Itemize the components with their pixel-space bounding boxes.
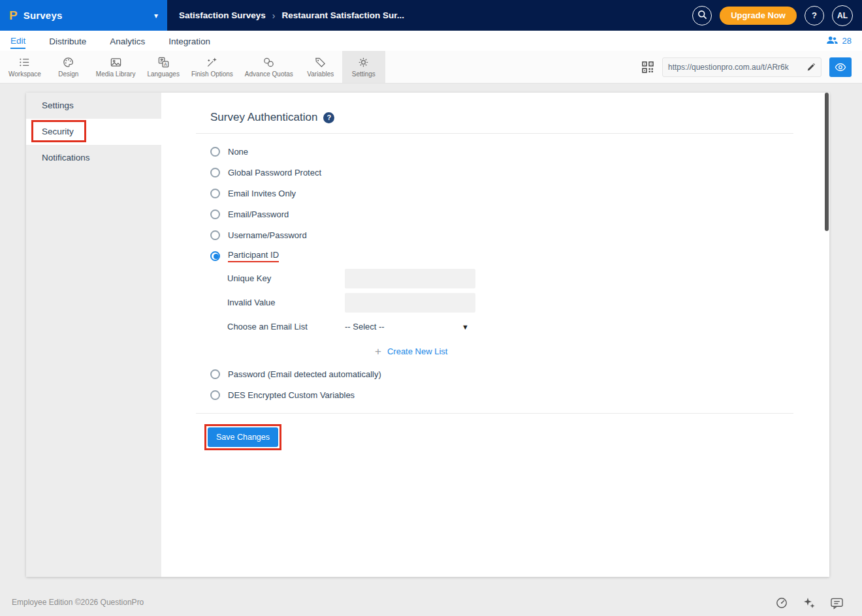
radio-button[interactable] bbox=[210, 209, 220, 219]
search-button[interactable] bbox=[692, 6, 712, 25]
survey-url-field[interactable]: https://questionpro.com.au/t/ARr6k bbox=[662, 57, 822, 77]
topbar: P Surveys ▾ Satisfaction Surveys › Resta… bbox=[0, 0, 862, 31]
survey-toolbar: Workspace Design Media Library A Languag… bbox=[0, 51, 862, 84]
security-panel: Survey Authentication ? None Global Pass… bbox=[161, 93, 829, 577]
breadcrumb-folder[interactable]: Satisfaction Surveys bbox=[179, 10, 266, 20]
auth-options: None Global Password Protect Email Invit… bbox=[210, 141, 829, 405]
product-switcher[interactable]: P Surveys ▾ bbox=[0, 0, 167, 31]
radio-option-participant-id[interactable]: Participant ID bbox=[210, 245, 829, 266]
toolbar-item-label: Variables bbox=[307, 70, 334, 78]
footer-edition-text: Employee Edition ©2026 QuestionPro bbox=[12, 598, 144, 607]
breadcrumb-current: Restaurant Satisfaction Sur... bbox=[281, 10, 404, 20]
design-icon bbox=[62, 56, 74, 69]
sidebar-item-label: Settings bbox=[42, 100, 74, 110]
radio-button[interactable] bbox=[210, 390, 220, 400]
people-icon bbox=[826, 36, 838, 46]
speedometer-icon[interactable] bbox=[775, 597, 788, 609]
email-list-selected-value: -- Select -- bbox=[345, 322, 385, 331]
radio-label: Participant ID bbox=[228, 250, 279, 262]
tab-edit[interactable]: Edit bbox=[10, 33, 25, 49]
avatar[interactable]: AL bbox=[832, 5, 853, 26]
main-nav: Edit Distribute Analytics Integration 28 bbox=[0, 31, 862, 51]
scrollbar-thumb[interactable] bbox=[825, 93, 829, 231]
search-icon bbox=[697, 10, 707, 22]
advance-quotas-icon bbox=[263, 56, 275, 69]
radio-button[interactable] bbox=[210, 189, 220, 198]
radio-option-email-password[interactable]: Email/Password bbox=[210, 204, 829, 224]
create-new-list-label: Create New List bbox=[387, 346, 447, 356]
help-button[interactable]: ? bbox=[805, 6, 824, 25]
radio-label: Global Password Protect bbox=[228, 168, 321, 177]
pencil-icon[interactable] bbox=[806, 63, 816, 72]
radio-label: Email/Password bbox=[228, 209, 289, 219]
toolbar-item-finish-options[interactable]: Finish Options bbox=[185, 51, 239, 83]
settings-icon bbox=[357, 56, 370, 69]
unique-key-label: Unique Key bbox=[227, 273, 345, 283]
email-list-label: Choose an Email List bbox=[227, 322, 345, 331]
unique-key-input[interactable] bbox=[345, 269, 475, 288]
toolbar-item-label: Workspace bbox=[8, 70, 41, 78]
create-new-list-link[interactable]: + Create New List bbox=[375, 339, 829, 363]
toolbar-item-settings[interactable]: Settings bbox=[342, 51, 385, 83]
radio-option-password-email-auto[interactable]: Password (Email detected automatically) bbox=[210, 363, 829, 384]
sidebar-item-security[interactable]: Security bbox=[26, 119, 161, 145]
toolbar-item-variables[interactable]: Variables bbox=[299, 51, 342, 83]
participant-id-fields: Unique Key Invalid Value Choose an Email… bbox=[227, 266, 829, 363]
invalid-value-input[interactable] bbox=[345, 293, 475, 313]
respondent-count-value: 28 bbox=[842, 36, 852, 46]
radio-label: DES Encrypted Custom Variables bbox=[228, 390, 355, 400]
radio-option-username-password[interactable]: Username/Password bbox=[210, 224, 829, 245]
svg-text:A: A bbox=[164, 62, 167, 67]
radio-button[interactable] bbox=[210, 230, 220, 240]
chat-icon[interactable] bbox=[830, 597, 844, 609]
preview-button[interactable] bbox=[829, 57, 852, 77]
upgrade-now-button[interactable]: Upgrade Now bbox=[720, 7, 797, 25]
finish-options-icon bbox=[206, 56, 218, 69]
breadcrumb-separator-icon: › bbox=[272, 10, 276, 21]
eye-icon bbox=[835, 63, 846, 72]
divider bbox=[196, 133, 793, 134]
plus-icon: + bbox=[375, 346, 381, 357]
radio-button[interactable] bbox=[210, 369, 220, 379]
tab-integration[interactable]: Integration bbox=[168, 34, 210, 48]
toolbar-item-languages[interactable]: A Languages bbox=[141, 51, 185, 83]
radio-option-des-encrypted[interactable]: DES Encrypted Custom Variables bbox=[210, 384, 829, 405]
radio-option-email-invites-only[interactable]: Email Invites Only bbox=[210, 183, 829, 204]
page-title: Survey Authentication bbox=[210, 111, 317, 124]
respondent-count[interactable]: 28 bbox=[826, 36, 852, 46]
radio-option-global-password-protect[interactable]: Global Password Protect bbox=[210, 162, 829, 183]
questionpro-logo-icon: P bbox=[9, 9, 18, 22]
qr-code-icon[interactable] bbox=[641, 61, 654, 74]
toolbar-item-design[interactable]: Design bbox=[47, 51, 90, 83]
toolbar-item-label: Advance Quotas bbox=[245, 70, 293, 78]
settings-sidebar: Settings Security Notifications bbox=[26, 93, 161, 577]
toolbar-item-label: Settings bbox=[352, 70, 375, 78]
topbar-actions: Upgrade Now ? AL bbox=[692, 5, 862, 26]
toolbar-item-label: Finish Options bbox=[191, 70, 233, 78]
toolbar-right: https://questionpro.com.au/t/ARr6k bbox=[641, 51, 862, 83]
tab-distribute[interactable]: Distribute bbox=[49, 34, 86, 48]
survey-url-text: https://questionpro.com.au/t/ARr6k bbox=[668, 63, 803, 72]
toolbar-item-advance-quotas[interactable]: Advance Quotas bbox=[239, 51, 299, 83]
question-circle-icon[interactable]: ? bbox=[323, 112, 334, 123]
tab-analytics[interactable]: Analytics bbox=[110, 34, 145, 48]
radio-option-none[interactable]: None bbox=[210, 141, 829, 162]
sparkles-icon[interactable] bbox=[803, 596, 816, 609]
save-changes-button[interactable]: Save Changes bbox=[208, 427, 278, 447]
invalid-value-label: Invalid Value bbox=[227, 298, 345, 307]
toolbar-item-media-library[interactable]: Media Library bbox=[90, 51, 142, 83]
radio-button-selected[interactable] bbox=[210, 251, 220, 261]
divider bbox=[196, 413, 793, 414]
workspace-icon bbox=[18, 56, 31, 69]
toolbar-item-label: Languages bbox=[147, 70, 180, 78]
email-list-select[interactable]: -- Select -- ▼ bbox=[345, 322, 469, 331]
help-icon: ? bbox=[812, 10, 817, 20]
radio-button[interactable] bbox=[210, 168, 220, 177]
sidebar-item-notifications[interactable]: Notifications bbox=[26, 145, 161, 171]
radio-label: None bbox=[228, 147, 248, 157]
toolbar-item-workspace[interactable]: Workspace bbox=[3, 51, 47, 83]
languages-icon: A bbox=[157, 56, 170, 69]
footer-icons bbox=[775, 596, 844, 609]
sidebar-item-settings[interactable]: Settings bbox=[26, 93, 161, 119]
radio-button[interactable] bbox=[210, 147, 220, 157]
